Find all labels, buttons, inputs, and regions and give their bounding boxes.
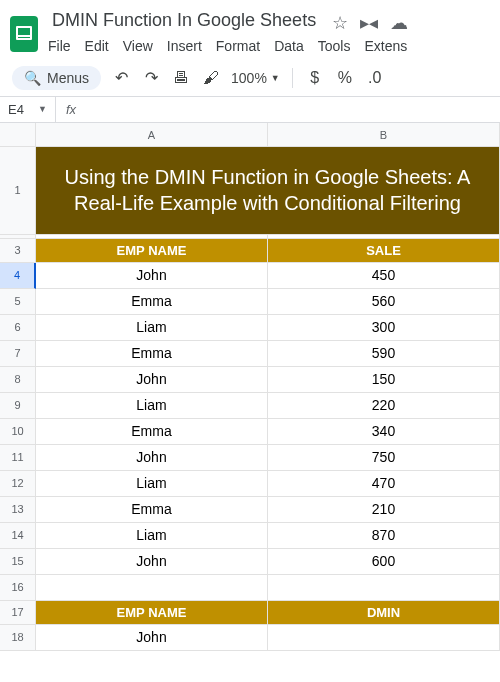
- row-header[interactable]: 8: [0, 367, 36, 393]
- currency-button[interactable]: $: [305, 68, 325, 88]
- name-box[interactable]: E4 ▼: [0, 97, 56, 122]
- menu-format[interactable]: Format: [216, 38, 260, 54]
- cell[interactable]: Emma: [36, 497, 268, 523]
- percent-button[interactable]: %: [335, 68, 355, 88]
- cell[interactable]: [268, 625, 500, 651]
- row-header[interactable]: 18: [0, 625, 36, 651]
- row-header[interactable]: 13: [0, 497, 36, 523]
- row-header[interactable]: 5: [0, 289, 36, 315]
- spreadsheet-grid[interactable]: A B 1 Using the DMIN Function in Google …: [0, 123, 500, 651]
- move-icon[interactable]: ▸◂: [360, 12, 378, 34]
- column-header-b[interactable]: B: [268, 123, 500, 147]
- cell[interactable]: John: [36, 445, 268, 471]
- separator: [292, 68, 293, 88]
- cell[interactable]: 870: [268, 523, 500, 549]
- chevron-down-icon: ▼: [271, 73, 280, 83]
- menu-bar: File Edit View Insert Format Data Tools …: [48, 34, 490, 60]
- cell[interactable]: 340: [268, 419, 500, 445]
- menu-edit[interactable]: Edit: [85, 38, 109, 54]
- cell[interactable]: Liam: [36, 471, 268, 497]
- cell[interactable]: 150: [268, 367, 500, 393]
- redo-icon[interactable]: ↷: [141, 68, 161, 88]
- row-header[interactable]: 14: [0, 523, 36, 549]
- cell[interactable]: John: [36, 263, 268, 289]
- row-header[interactable]: 10: [0, 419, 36, 445]
- cell[interactable]: 600: [268, 549, 500, 575]
- row-header[interactable]: 7: [0, 341, 36, 367]
- row-header[interactable]: 15: [0, 549, 36, 575]
- row-header[interactable]: 1: [0, 147, 36, 235]
- cell[interactable]: 450: [268, 263, 500, 289]
- row-header[interactable]: 4: [0, 263, 36, 289]
- cell[interactable]: 560: [268, 289, 500, 315]
- cell[interactable]: Liam: [36, 523, 268, 549]
- cell[interactable]: 300: [268, 315, 500, 341]
- row-header[interactable]: 16: [0, 575, 36, 601]
- search-menus[interactable]: 🔍 Menus: [12, 66, 101, 90]
- row-header[interactable]: 11: [0, 445, 36, 471]
- cell[interactable]: 590: [268, 341, 500, 367]
- header-sale[interactable]: SALE: [268, 239, 500, 263]
- cell[interactable]: Liam: [36, 393, 268, 419]
- decrease-decimal-button[interactable]: .0: [365, 68, 385, 88]
- cell[interactable]: 470: [268, 471, 500, 497]
- zoom-value: 100%: [231, 70, 267, 86]
- toolbar: 🔍 Menus ↶ ↷ 🖶 🖌 100% ▼ $ % .0: [0, 60, 500, 97]
- cell[interactable]: Liam: [36, 315, 268, 341]
- star-icon[interactable]: ☆: [332, 12, 348, 34]
- row-header[interactable]: 17: [0, 601, 36, 625]
- header-dmin[interactable]: DMIN: [268, 601, 500, 625]
- cell[interactable]: Emma: [36, 419, 268, 445]
- paint-format-icon[interactable]: 🖌: [201, 68, 221, 88]
- cell[interactable]: John: [36, 367, 268, 393]
- cloud-icon[interactable]: ☁: [390, 12, 408, 34]
- column-header-a[interactable]: A: [36, 123, 268, 147]
- row-header[interactable]: 6: [0, 315, 36, 341]
- row-header[interactable]: 3: [0, 239, 36, 263]
- menu-extensions[interactable]: Extens: [364, 38, 407, 54]
- row-header[interactable]: 9: [0, 393, 36, 419]
- title-cell[interactable]: Using the DMIN Function in Google Sheets…: [36, 147, 500, 235]
- document-title[interactable]: DMIN Function In Google Sheets: [48, 8, 320, 33]
- formula-bar: E4 ▼ fx: [0, 97, 500, 123]
- search-icon: 🔍: [24, 70, 41, 86]
- name-box-value: E4: [8, 102, 24, 117]
- menu-view[interactable]: View: [123, 38, 153, 54]
- chevron-down-icon: ▼: [38, 104, 47, 114]
- cell[interactable]: Emma: [36, 341, 268, 367]
- cell[interactable]: [36, 575, 268, 601]
- menu-insert[interactable]: Insert: [167, 38, 202, 54]
- cell[interactable]: 750: [268, 445, 500, 471]
- undo-icon[interactable]: ↶: [111, 68, 131, 88]
- cell[interactable]: 220: [268, 393, 500, 419]
- search-menus-label: Menus: [47, 70, 89, 86]
- cell[interactable]: John: [36, 625, 268, 651]
- header-emp-name[interactable]: EMP NAME: [36, 239, 268, 263]
- row-header[interactable]: 12: [0, 471, 36, 497]
- zoom-dropdown[interactable]: 100% ▼: [231, 70, 280, 86]
- menu-file[interactable]: File: [48, 38, 71, 54]
- menu-tools[interactable]: Tools: [318, 38, 351, 54]
- select-all-corner[interactable]: [0, 123, 36, 147]
- cell[interactable]: [268, 575, 500, 601]
- cell[interactable]: Emma: [36, 289, 268, 315]
- cell[interactable]: 210: [268, 497, 500, 523]
- header-emp-name-2[interactable]: EMP NAME: [36, 601, 268, 625]
- print-icon[interactable]: 🖶: [171, 68, 191, 88]
- menu-data[interactable]: Data: [274, 38, 304, 54]
- cell[interactable]: John: [36, 549, 268, 575]
- fx-icon: fx: [56, 102, 86, 117]
- sheets-logo-icon[interactable]: [10, 16, 38, 52]
